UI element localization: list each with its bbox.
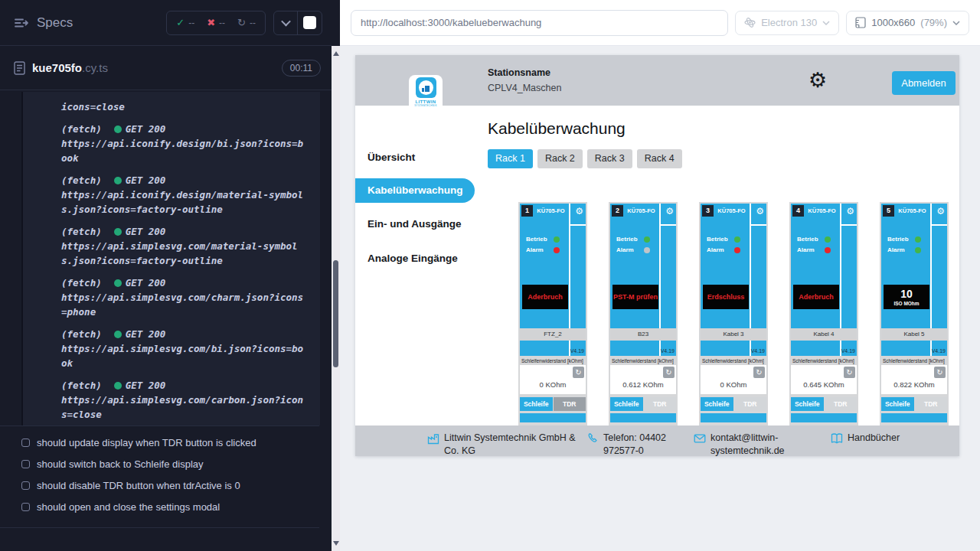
browser-select[interactable]: Electron 130 bbox=[735, 11, 839, 35]
cable-name-label: Kabel 5 bbox=[881, 328, 947, 341]
rack-tab[interactable]: Rack 3 bbox=[587, 149, 632, 168]
measurement-value: 0.612 KOhm bbox=[610, 380, 676, 389]
log-entry[interactable]: icons=close bbox=[61, 99, 314, 114]
footer-manuals[interactable]: Handbücher bbox=[831, 432, 900, 445]
ku-device-card: 1 KÜ705-FO ⚙ Betrieb Alarm bbox=[518, 202, 587, 425]
card-settings-gear-icon[interactable]: ⚙ bbox=[846, 206, 854, 217]
refresh-icon[interactable]: ↻ bbox=[663, 367, 675, 378]
schleife-button[interactable]: Schleife bbox=[610, 397, 643, 411]
measurement-display: ↻ 0.612 KOhm bbox=[610, 365, 676, 394]
page-title: Kabelüberwachung bbox=[488, 119, 626, 138]
runner-header: Specs ✓-- ✖-- ↻-- bbox=[0, 0, 332, 46]
fetch-label: (fetch) bbox=[61, 122, 102, 136]
request-url: https://api.simplesvg.com/material-symbo… bbox=[61, 239, 308, 268]
alarm-led bbox=[915, 247, 921, 253]
firmware-version-label: V4.19 bbox=[751, 348, 765, 354]
status-ok-dot bbox=[114, 331, 122, 338]
spec-file-row[interactable]: kue705fo.cy.ts 00:11 bbox=[0, 46, 332, 90]
test-title: should update display when TDR button is… bbox=[37, 437, 256, 448]
schleife-button[interactable]: Schleife bbox=[520, 397, 553, 411]
measurement-display: ↻ 0 KOhm bbox=[701, 365, 766, 394]
alarm-led-row: Alarm bbox=[526, 246, 560, 253]
station-label: Stationsname bbox=[488, 67, 550, 78]
log-entry[interactable]: (fetch) GET 200 https://api.simplesvg.co… bbox=[61, 224, 314, 268]
footer-phone: Telefon: 04402 972577-0 bbox=[586, 432, 677, 458]
request-url: https://api.iconify.design/bi.json?icons… bbox=[61, 136, 308, 165]
settings-gear-icon[interactable]: ⚙ bbox=[808, 69, 827, 92]
schleife-button[interactable]: Schleife bbox=[881, 397, 914, 411]
refresh-icon[interactable]: ↻ bbox=[753, 367, 765, 378]
scroll-up-arrow[interactable] bbox=[332, 47, 340, 60]
fetch-label: (fetch) bbox=[61, 276, 102, 290]
spec-timer-badge: 00:11 bbox=[282, 60, 321, 77]
tdr-button[interactable]: TDR bbox=[915, 397, 948, 411]
logo-mark bbox=[416, 77, 436, 98]
station-name: CPLV4_Maschen bbox=[488, 83, 561, 93]
tdr-button[interactable]: TDR bbox=[734, 397, 767, 411]
rack-tab[interactable]: Rack 2 bbox=[537, 149, 583, 168]
runner-scrollbar[interactable] bbox=[332, 46, 340, 551]
log-entry[interactable]: (fetch) GET 200 https://api.iconify.desi… bbox=[61, 173, 314, 217]
viewport-select[interactable]: 1000x660 (79%) bbox=[846, 11, 969, 35]
refresh-icon[interactable]: ↻ bbox=[934, 367, 946, 378]
rack-tab[interactable]: Rack 1 bbox=[488, 149, 533, 168]
pending-test-row[interactable]: should open and close the settings modal bbox=[0, 496, 319, 517]
sidebar-item-analoge-eingaenge[interactable]: Analoge Eingänge bbox=[368, 253, 458, 264]
divider bbox=[0, 527, 319, 528]
pending-test-row[interactable]: should disable TDR button when tdrActive… bbox=[0, 474, 319, 496]
device-front: 1 KÜ705-FO ⚙ Betrieb Alarm bbox=[520, 204, 586, 356]
logout-button[interactable]: Abmelden bbox=[892, 71, 956, 95]
pending-test-row[interactable]: should switch back to Schleife display bbox=[0, 453, 319, 474]
tdr-button[interactable]: TDR bbox=[825, 397, 858, 411]
sidebar-item-uebersicht[interactable]: Übersicht bbox=[368, 152, 415, 163]
url-input[interactable]: http://localhost:3000/kabelueberwachung bbox=[351, 10, 728, 36]
test-stats: ✓-- ✖-- ↻-- bbox=[166, 11, 266, 35]
divider bbox=[932, 224, 947, 226]
mode-buttons: Schleife TDR bbox=[610, 397, 676, 411]
log-entry[interactable]: (fetch) GET 200 https://api.simplesvg.co… bbox=[61, 378, 314, 422]
collapse-button[interactable] bbox=[274, 11, 298, 34]
card-settings-gear-icon[interactable]: ⚙ bbox=[756, 206, 764, 217]
pending-test-row[interactable]: should update display when TDR button is… bbox=[0, 432, 319, 453]
schleife-button[interactable]: Schleife bbox=[791, 397, 824, 411]
scroll-down-arrow[interactable] bbox=[332, 537, 340, 549]
test-pending-icon bbox=[21, 481, 30, 490]
http-status: GET 200 bbox=[126, 173, 166, 187]
schleife-button[interactable]: Schleife bbox=[701, 397, 733, 411]
log-entry[interactable]: (fetch) GET 200 https://api.simplesvg.co… bbox=[61, 276, 314, 319]
cable-name-label: FTZ_2 bbox=[520, 328, 586, 341]
app-footer: Littwin Systemtechnik GmbH & Co. KG Tele… bbox=[355, 425, 959, 456]
measurement-display: ↻ 0.822 KOhm bbox=[881, 365, 947, 394]
log-entry[interactable]: (fetch) GET 200 https://api.iconify.desi… bbox=[61, 122, 314, 165]
tdr-button[interactable]: TDR bbox=[644, 397, 677, 411]
app-viewport: Stationsname CPLV4_Maschen ⚙ Abmelden LI… bbox=[355, 55, 959, 456]
card-settings-gear-icon[interactable]: ⚙ bbox=[575, 206, 583, 217]
specs-menu-icon[interactable] bbox=[14, 17, 29, 29]
specs-label: Specs bbox=[37, 15, 166, 31]
alarm-led bbox=[734, 247, 740, 253]
rack-tabs: Rack 1Rack 2Rack 3Rack 4 bbox=[488, 149, 682, 168]
status-ok-dot bbox=[114, 177, 122, 184]
refresh-icon[interactable]: ↻ bbox=[844, 367, 855, 378]
betrieb-led-row: Betrieb bbox=[707, 236, 740, 243]
firmware-version-label: V4.19 bbox=[570, 348, 584, 354]
http-status: GET 200 bbox=[126, 224, 166, 239]
card-settings-gear-icon[interactable]: ⚙ bbox=[665, 206, 674, 217]
http-status: GET 200 bbox=[126, 378, 166, 393]
sidebar-item-kabelueberwachung[interactable]: Kabelüberwachung bbox=[355, 178, 475, 203]
measurement-label: Schleifenwiderstand [kOhm] bbox=[881, 358, 947, 364]
tdr-button[interactable]: TDR bbox=[554, 397, 586, 411]
sidebar-item-ein-ausgaenge[interactable]: Ein- und Ausgänge bbox=[368, 218, 462, 230]
status-text: Aderbruch bbox=[799, 293, 834, 301]
http-status: GET 200 bbox=[126, 122, 166, 136]
mode-buttons: Schleife TDR bbox=[520, 397, 586, 411]
card-settings-gear-icon[interactable]: ⚙ bbox=[936, 206, 945, 217]
scrollbar-thumb[interactable] bbox=[333, 260, 338, 367]
test-title: should open and close the settings modal bbox=[37, 501, 220, 513]
phone-icon bbox=[586, 432, 599, 445]
betrieb-led bbox=[825, 236, 831, 243]
log-entry[interactable]: (fetch) GET 200 https://api.simplesvg.co… bbox=[61, 327, 314, 370]
stop-button[interactable] bbox=[298, 11, 322, 34]
rack-tab[interactable]: Rack 4 bbox=[637, 149, 682, 168]
refresh-icon[interactable]: ↻ bbox=[573, 367, 584, 378]
